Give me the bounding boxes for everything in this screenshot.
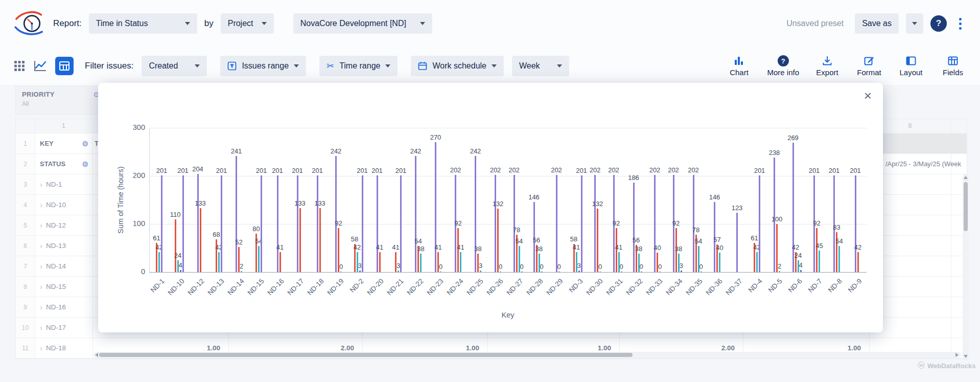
bar xyxy=(335,156,337,272)
gear-icon[interactable]: ⚙ xyxy=(82,140,88,147)
scroll-up-icon[interactable] xyxy=(964,176,968,179)
chart-button[interactable]: Chart xyxy=(725,55,753,77)
scroll-down-icon[interactable] xyxy=(964,355,968,358)
close-icon[interactable]: × xyxy=(864,89,872,102)
format-button[interactable]: Format xyxy=(855,55,883,77)
export-button[interactable]: Export xyxy=(813,55,841,77)
created-filter-select[interactable]: Created xyxy=(142,56,207,76)
fields-icon xyxy=(947,55,959,66)
issue-key-cell[interactable]: ›ND-17 xyxy=(35,318,92,338)
expand-chevron-icon[interactable]: › xyxy=(40,221,42,230)
issue-key-cell[interactable]: ›ND-13 xyxy=(35,236,92,256)
bar xyxy=(800,270,802,272)
bar xyxy=(838,246,840,272)
line-chart-view-icon[interactable] xyxy=(34,60,47,72)
edit-icon xyxy=(864,55,875,66)
report-type-value: Time in Status xyxy=(96,19,148,28)
table-view-icon[interactable] xyxy=(55,57,74,75)
bar-value-label: 202 xyxy=(551,166,562,174)
bar-value-label: 132 xyxy=(493,200,504,208)
bar-value-label: 78 xyxy=(513,226,520,234)
work-schedule-button[interactable]: Work schedule xyxy=(411,56,504,76)
row-number: 2 xyxy=(16,154,35,174)
export-label: Export xyxy=(816,68,838,77)
column-number[interactable]: 1 xyxy=(35,122,92,129)
expand-chevron-icon[interactable]: › xyxy=(40,200,42,209)
vertical-scrollbar-thumb[interactable] xyxy=(964,182,968,231)
topbar: Report: Time in Status by Project NovaCo… xyxy=(0,0,980,47)
bar xyxy=(633,183,635,272)
report-type-select[interactable]: Time in Status xyxy=(89,13,197,34)
expand-chevron-icon[interactable]: › xyxy=(40,344,42,352)
layout-label: Layout xyxy=(899,68,922,77)
selected-column-cell[interactable] xyxy=(869,133,967,153)
issue-key-cell[interactable]: ›ND-1 xyxy=(35,174,92,194)
bar-value-label: 186 xyxy=(628,174,639,182)
bar-value-label: 202 xyxy=(508,166,520,174)
expand-chevron-icon[interactable]: › xyxy=(40,282,42,291)
scroll-right-icon[interactable] xyxy=(955,353,959,357)
issue-key-label: ND-17 xyxy=(46,324,66,331)
issue-key-cell[interactable]: ›ND-12 xyxy=(35,215,92,235)
layout-button[interactable]: Layout xyxy=(897,55,925,77)
bar-value-label: 83 xyxy=(833,223,840,231)
help-button[interactable]: ? xyxy=(930,15,947,32)
bar xyxy=(379,252,381,272)
issue-key-cell[interactable]: ›ND-14 xyxy=(35,256,92,276)
gear-icon[interactable]: ⚙ xyxy=(82,161,88,168)
bar-value-label: 40 xyxy=(716,244,723,252)
bar-value-label: 201 xyxy=(809,167,820,174)
issue-key-cell[interactable]: ›ND-15 xyxy=(35,277,92,297)
key-header-cell[interactable]: KEY⚙ xyxy=(35,133,92,153)
more-info-label: More info xyxy=(767,68,799,77)
grid-view-icon[interactable] xyxy=(13,60,26,72)
save-as-menu-button[interactable] xyxy=(906,13,923,34)
expand-chevron-icon[interactable]: › xyxy=(40,303,42,311)
issue-key-cell[interactable]: ›ND-18 xyxy=(35,338,92,358)
gridline xyxy=(149,128,867,128)
priority-filter[interactable]: PRIORITY ⚙ All xyxy=(15,86,106,115)
bar xyxy=(855,175,856,272)
issue-key-label: ND-12 xyxy=(46,221,66,229)
bar xyxy=(681,271,682,272)
expand-chevron-icon[interactable]: › xyxy=(40,323,42,332)
issue-key-cell[interactable]: ›ND-16 xyxy=(35,297,92,317)
bar-value-label: 0 xyxy=(339,263,343,271)
time-range-button[interactable]: ✂ Time range xyxy=(319,56,398,76)
expand-chevron-icon[interactable]: › xyxy=(40,180,42,189)
period-select[interactable]: Week xyxy=(512,56,569,76)
issue-key-cell[interactable]: ›ND-10 xyxy=(35,195,92,215)
bar xyxy=(200,208,201,272)
bar-value-label: 57 xyxy=(713,236,720,243)
bar-value-label: 52 xyxy=(235,238,242,246)
y-tick-label: 100 xyxy=(116,219,145,228)
group-by-select[interactable]: Project xyxy=(221,13,274,34)
bar-value-label: 133 xyxy=(314,199,325,207)
chart-modal: × Sum of Time (hours) Key 01002003006142… xyxy=(98,83,883,332)
row-number: 9 xyxy=(16,297,35,317)
bar-value-label: 0 xyxy=(639,263,643,271)
bar-value-label: 42 xyxy=(792,243,799,251)
priority-value: All xyxy=(22,100,100,107)
issues-range-button[interactable]: Issues range xyxy=(220,56,306,76)
expand-chevron-icon[interactable]: › xyxy=(40,241,42,250)
bar-value-label: 201 xyxy=(216,167,227,174)
more-menu-button[interactable] xyxy=(954,16,967,32)
bar-value-label: 0 xyxy=(658,263,662,271)
horizontal-scrollbar-thumb[interactable] xyxy=(99,353,633,357)
bar-value-label: 202 xyxy=(490,166,501,174)
chevron-down-icon xyxy=(294,64,299,68)
calendar-icon xyxy=(418,61,427,71)
time-range-label: Time range xyxy=(339,61,380,71)
bar-value-label: 41 xyxy=(392,243,399,251)
save-as-button[interactable]: Save as xyxy=(855,13,899,34)
scroll-left-icon[interactable] xyxy=(95,353,98,357)
expand-chevron-icon[interactable]: › xyxy=(40,262,42,271)
fields-button[interactable]: Fields xyxy=(939,55,967,77)
bar-value-label: 41 xyxy=(434,243,441,251)
bar-value-label: 201 xyxy=(371,167,383,174)
project-select[interactable]: NovaCore Development [ND] xyxy=(293,13,432,34)
bar-value-label: 3 xyxy=(479,262,482,269)
more-info-button[interactable]: ? More info xyxy=(767,55,799,77)
status-header-cell[interactable]: STATUS⚙ xyxy=(35,154,92,174)
